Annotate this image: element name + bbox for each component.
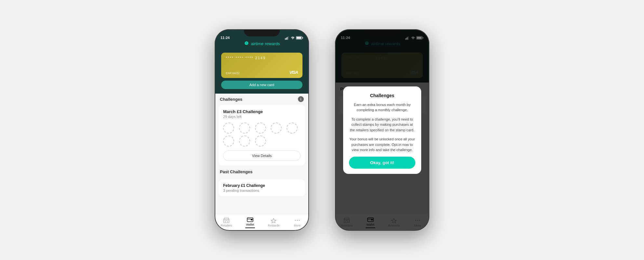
card-brand: VISA [289,70,298,75]
challenges-info-button[interactable]: i [298,96,304,102]
nav-wallet-indicator [245,228,255,228]
challenge-days-left: 29 days left [223,115,301,119]
stamp-7 [239,136,250,147]
past-challenges-title: Past Challenges [215,165,309,177]
add-card-button[interactable]: Add a new card [221,81,302,89]
retailers-icon [223,217,230,223]
svg-rect-5 [302,37,303,39]
card-bottom: EXP 04/22 VISA [226,70,298,75]
battery-icon [296,36,303,40]
stamp-8 [255,136,266,147]
signal-icon [285,36,289,40]
svg-point-12 [297,220,298,221]
nav-item-retailers[interactable]: Retailers [218,217,235,227]
svg-rect-8 [225,221,227,223]
nav-item-wallet[interactable]: Wallet [242,216,258,228]
bank-card: **** **** **** 2149 EXP 04/22 VISA [221,53,302,78]
notch [244,29,280,36]
svg-rect-6 [297,37,302,39]
challenges-header: Challenges i [215,94,309,105]
card-expiry: EXP 04/22 [226,72,240,75]
airtime-logo-icon [244,41,249,46]
wallet-icon [247,216,254,222]
stamp-6 [223,136,234,147]
nav-item-more[interactable]: More [289,217,305,227]
modal-paragraph-2: To complete a challenge, you'll need to … [349,117,415,133]
stamp-1 [223,123,234,134]
svg-rect-3 [288,36,288,40]
main-content: Challenges i March £3 Challenge 29 days … [215,94,309,214]
challenges-modal: Challenges Earn an extra bonus each mont… [343,86,421,174]
nav-wallet-label: Wallet [246,223,254,226]
stamps-grid [223,123,301,147]
past-challenge-name: February £1 Challenge [223,183,301,188]
nav-more-label: More [294,224,301,227]
past-challenge-sub: 3 pending transactions [223,188,301,192]
phone-2: 11:24 airtime rewards **** **** **** 214… [335,29,429,231]
card-area: **** **** **** 2149 EXP 04/22 VISA Add a… [215,50,309,94]
phone-1: 11:24 airtime rewards **** **** **** 214… [215,29,309,231]
stamp-3 [255,123,266,134]
stamp-2 [239,123,250,134]
svg-rect-7 [224,220,229,223]
challenge-name: March £3 Challenge [223,109,301,114]
bottom-nav: Retailers Wallet [215,214,309,231]
status-time: 11:24 [221,36,230,40]
app-logo: airtime rewards [244,41,280,46]
screen-1: 11:24 airtime rewards **** **** **** 214… [215,29,309,231]
stamp-4 [271,123,282,134]
view-details-button[interactable]: View Details [223,150,301,161]
modal-paragraph-3: Your bonus will be unlocked once all you… [349,136,415,153]
modal-overlay: Challenges Earn an extra bonus each mont… [335,29,429,231]
challenges-section-title: Challenges [220,97,242,102]
svg-rect-2 [287,37,288,40]
modal-title: Challenges [349,93,415,98]
status-icons [285,36,303,40]
nav-item-rewards[interactable]: Rewards [265,217,282,227]
modal-paragraph-1: Earn an extra bonus each month by comple… [349,102,415,113]
screen-2: 11:24 airtime rewards **** **** **** 214… [335,29,429,231]
svg-point-13 [299,220,300,221]
modal-ok-button[interactable]: Okay, got it! [349,157,415,169]
active-challenge-card: March £3 Challenge 29 days left View Det… [219,105,305,165]
rewards-icon [270,217,277,223]
svg-rect-1 [286,38,287,40]
nav-retailers-label: Retailers [221,224,232,227]
svg-point-11 [295,220,296,221]
stamp-5 [287,123,298,134]
card-number: **** **** **** 2149 [226,56,298,60]
past-challenge-item: February £1 Challenge 3 pending transact… [219,179,305,196]
more-icon [294,217,301,223]
wifi-icon [291,36,295,39]
svg-rect-0 [285,38,286,40]
nav-rewards-label: Rewards [268,224,279,227]
app-name-label: airtime rewards [251,41,280,46]
